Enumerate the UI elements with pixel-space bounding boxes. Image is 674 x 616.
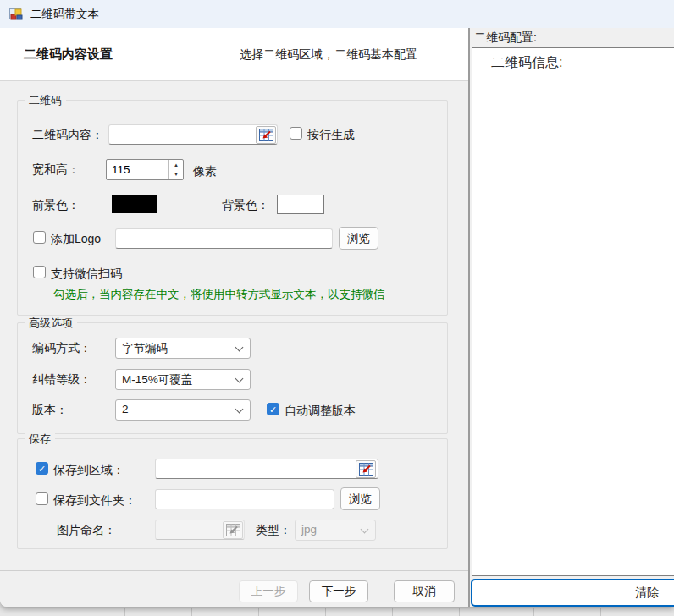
- save-range-checkbox[interactable]: ✓: [36, 462, 48, 475]
- save-group-legend: 保存: [25, 432, 55, 447]
- save-range-picker-icon[interactable]: [356, 460, 376, 478]
- excel-range-icon: [359, 463, 373, 476]
- size-unit-label: 像素: [193, 164, 217, 179]
- wizard-header: 二维码内容设置 选择二维码区域，二维码基本配置: [0, 28, 469, 81]
- folder-browse-button[interactable]: 浏览: [340, 487, 380, 510]
- dialog-window: 二维码带文本 二维码内容设置 选择二维码区域，二维码基本配置 二维码 二维码内容…: [0, 0, 674, 607]
- encoding-value: 字节编码: [122, 341, 168, 356]
- excel-gridline: [258, 608, 259, 616]
- window-title: 二维码带文本: [30, 7, 99, 22]
- spinner-up-icon[interactable]: ▲: [169, 160, 183, 170]
- version-value: 2: [122, 403, 129, 415]
- save-folder-checkbox[interactable]: [36, 492, 48, 505]
- wechat-note: 勾选后，当内容存在中文，将使用中转方式显示文本，以支持微信: [53, 287, 385, 302]
- page-subtitle: 选择二维码区域，二维码基本配置: [240, 47, 417, 63]
- save-folder-input[interactable]: [155, 489, 334, 509]
- encoding-label: 编码方式：: [32, 341, 91, 356]
- chevron-down-icon: [235, 344, 244, 352]
- excel-range-icon: [259, 129, 273, 141]
- logo-browse-button[interactable]: 浏览: [339, 227, 378, 250]
- save-range-label: 保存到区域：: [53, 463, 124, 478]
- bg-color-label: 背景色：: [222, 198, 269, 213]
- excel-gridline: [124, 608, 125, 616]
- size-spinner[interactable]: ▲ ▼: [106, 159, 184, 180]
- chevron-down-icon: [235, 405, 244, 414]
- logo-path-input[interactable]: [115, 228, 333, 249]
- qr-group-legend: 二维码: [25, 93, 66, 108]
- encoding-select[interactable]: 字节编码: [115, 338, 251, 359]
- version-select[interactable]: 2: [115, 399, 251, 421]
- excel-gridline: [533, 608, 534, 616]
- app-icon: [8, 7, 24, 22]
- advanced-group-legend: 高级选项: [25, 316, 77, 331]
- by-row-label: 按行生成: [307, 128, 355, 143]
- image-type-label: 类型：: [256, 523, 291, 538]
- image-name-picker-icon[interactable]: [223, 521, 243, 539]
- range-picker-icon[interactable]: [256, 126, 276, 144]
- by-row-checkbox[interactable]: [290, 127, 302, 140]
- excel-gridline: [392, 608, 393, 616]
- config-tree: 二维码信息:: [472, 47, 674, 576]
- panel-divider: [468, 28, 470, 607]
- page-title: 二维码内容设置: [24, 47, 113, 63]
- auto-version-checkbox[interactable]: ✓: [267, 403, 279, 415]
- excel-gridline: [58, 608, 58, 616]
- add-logo-label: 添加Logo: [51, 232, 101, 247]
- save-folder-label: 保存到文件夹：: [53, 493, 136, 509]
- tree-node-qr-info[interactable]: 二维码信息:: [478, 54, 562, 72]
- tree-node-label: 二维码信息:: [491, 54, 562, 72]
- excel-gridline: [459, 608, 460, 616]
- chevron-down-icon: [235, 375, 244, 383]
- bg-color-swatch[interactable]: [277, 195, 324, 214]
- next-step-button[interactable]: 下一步: [309, 580, 368, 602]
- size-label: 宽和高：: [32, 162, 80, 178]
- error-level-value: M-15%可覆盖: [122, 372, 192, 388]
- save-range-input[interactable]: [155, 459, 378, 479]
- error-level-select[interactable]: M-15%可覆盖: [115, 369, 251, 390]
- fg-color-swatch[interactable]: [112, 195, 157, 213]
- image-type-select[interactable]: jpg: [295, 520, 376, 541]
- clear-button[interactable]: 清除: [471, 579, 674, 607]
- image-type-value: jpg: [301, 523, 317, 536]
- version-label: 版本：: [32, 403, 68, 418]
- wechat-checkbox[interactable]: [33, 266, 46, 278]
- qr-content-label: 二维码内容：: [32, 128, 103, 143]
- excel-gridline: [600, 608, 601, 616]
- footer-bar: 上一步 下一步 取消: [0, 570, 469, 607]
- add-logo-checkbox[interactable]: [33, 231, 46, 244]
- wechat-label: 支持微信扫码: [51, 267, 122, 282]
- spinner-buttons: ▲ ▼: [168, 160, 183, 179]
- image-name-label: 图片命名：: [57, 523, 116, 538]
- config-panel-title: 二维码配置:: [474, 30, 537, 46]
- prev-step-button[interactable]: 上一步: [239, 580, 298, 602]
- excel-gridline: [191, 608, 192, 616]
- fg-color-label: 前景色：: [32, 198, 80, 213]
- spinner-down-icon[interactable]: ▼: [169, 170, 183, 180]
- auto-version-label: 自动调整版本: [285, 404, 356, 419]
- cancel-button[interactable]: 取消: [394, 580, 455, 602]
- excel-gridline: [325, 608, 326, 616]
- chevron-down-icon: [361, 525, 369, 534]
- excel-range-icon: [226, 524, 240, 536]
- qr-content-input[interactable]: [108, 124, 278, 145]
- error-level-label: 纠错等级：: [32, 372, 91, 388]
- size-input[interactable]: [107, 160, 176, 179]
- titlebar: 二维码带文本: [0, 0, 674, 28]
- tree-connector: [478, 63, 489, 64]
